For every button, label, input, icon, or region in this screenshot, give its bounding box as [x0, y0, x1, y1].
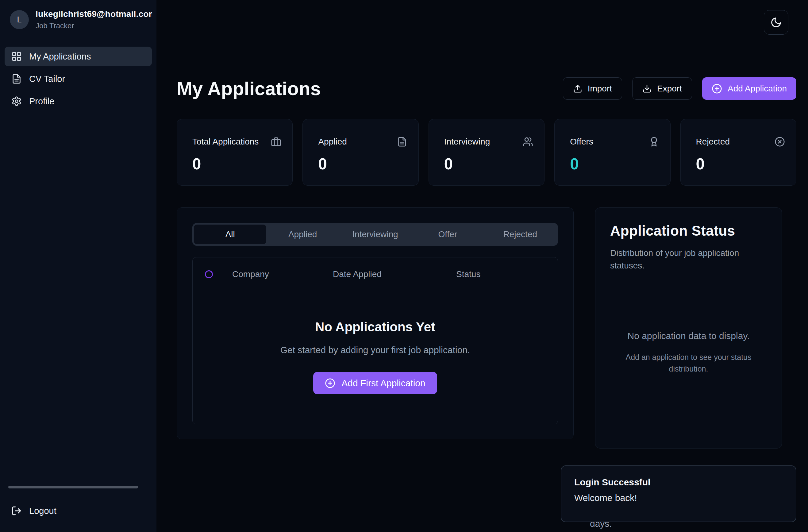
logout-label: Logout — [29, 506, 56, 516]
table-header-row: Company Date Applied Status — [192, 257, 558, 291]
stat-card-total-applications: Total Applications 0 — [177, 119, 293, 186]
empty-state: No Applications Yet Get started by addin… — [192, 291, 558, 394]
tab-interviewing[interactable]: Interviewing — [339, 225, 411, 244]
stat-value: 0 — [192, 155, 281, 173]
status-filter-tabs: All Applied Interviewing Offer Rejected — [192, 223, 558, 246]
plus-circle-icon — [325, 378, 335, 388]
panel-subtitle: Distribution of your job application sta… — [610, 247, 767, 272]
stat-label: Offers — [570, 137, 593, 147]
import-button[interactable]: Import — [563, 77, 622, 100]
toast-message: Welcome back! — [574, 493, 783, 503]
avatar: L — [10, 10, 29, 29]
tab-applied[interactable]: Applied — [266, 225, 339, 244]
header-actions: Import Export Add Application — [563, 77, 796, 100]
stat-value: 0 — [696, 155, 785, 173]
sidebar-divider — [8, 486, 138, 489]
logout-button[interactable]: Logout — [5, 502, 152, 520]
add-first-application-button[interactable]: Add First Application — [313, 372, 437, 394]
stats-row: Total Applications 0 Applied 0 Interview… — [177, 119, 796, 186]
stat-card-rejected: Rejected 0 — [680, 119, 796, 186]
app-name: Job Tracker — [36, 21, 152, 30]
panel-empty-subtitle: Add an application to see your status di… — [621, 352, 756, 374]
add-application-button[interactable]: Add Application — [702, 77, 796, 100]
select-all-checkbox[interactable] — [205, 270, 213, 278]
column-header-date-applied: Date Applied — [333, 269, 456, 279]
user-email: lukegilchrist69@hotmail.com — [36, 9, 152, 19]
sidebar-item-label: Profile — [29, 96, 54, 107]
dashboard-icon — [11, 51, 22, 62]
x-circle-icon — [775, 136, 785, 147]
add-application-label: Add Application — [728, 84, 787, 94]
toast-title: Login Successful — [574, 477, 783, 488]
stat-card-applied: Applied 0 — [302, 119, 418, 186]
page-header: My Applications Import Export — [177, 77, 796, 100]
tab-rejected[interactable]: Rejected — [484, 225, 556, 244]
sidebar-nav: My Applications CV Tailor Profile — [5, 47, 152, 111]
applications-table: Company Date Applied Status No Applicati… — [192, 257, 558, 424]
briefcase-icon — [271, 136, 281, 147]
panel-title: Application Status — [610, 222, 767, 239]
theme-toggle-button[interactable] — [764, 10, 788, 35]
sidebar-item-profile[interactable]: Profile — [5, 91, 152, 111]
import-label: Import — [588, 84, 612, 94]
export-label: Export — [657, 84, 682, 94]
sidebar-item-cv-tailor[interactable]: CV Tailor — [5, 69, 152, 89]
panel-empty-state: No application data to display. Add an a… — [610, 272, 767, 434]
gear-icon — [11, 96, 22, 107]
topbar — [157, 0, 808, 39]
content-row: All Applied Interviewing Offer Rejected … — [177, 207, 796, 448]
sidebar-item-label: CV Tailor — [29, 74, 65, 84]
file-text-icon — [397, 136, 407, 147]
logout-icon — [11, 506, 22, 516]
application-status-panel: Application Status Distribution of your … — [595, 207, 782, 448]
upload-icon — [573, 84, 582, 93]
applications-card: All Applied Interviewing Offer Rejected … — [177, 207, 574, 439]
award-icon — [649, 136, 659, 147]
sidebar-item-label: My Applications — [29, 52, 91, 62]
user-meta: lukegilchrist69@hotmail.com Job Tracker — [36, 9, 152, 30]
download-icon — [642, 84, 651, 93]
stat-value: 0 — [444, 155, 533, 173]
stat-card-interviewing: Interviewing 0 — [428, 119, 545, 186]
export-button[interactable]: Export — [632, 77, 692, 100]
stat-label: Rejected — [696, 137, 730, 147]
empty-state-subtitle: Get started by adding your first job app… — [280, 345, 470, 355]
plus-circle-icon — [712, 84, 722, 94]
sidebar-item-my-applications[interactable]: My Applications — [5, 47, 152, 66]
tab-offer[interactable]: Offer — [411, 225, 484, 244]
tab-all[interactable]: All — [194, 225, 266, 244]
add-first-application-label: Add First Application — [342, 378, 425, 388]
empty-state-title: No Applications Yet — [315, 320, 435, 334]
page-title: My Applications — [177, 78, 321, 99]
main-content: My Applications Import Export — [177, 77, 796, 448]
moon-icon — [770, 17, 782, 28]
sidebar-bottom: Logout — [5, 486, 152, 520]
user-block: L lukegilchrist69@hotmail.com Job Tracke… — [5, 9, 152, 30]
stat-value: 0 — [318, 155, 407, 173]
column-header-status: Status — [456, 269, 558, 279]
file-text-icon — [11, 74, 22, 84]
stat-value: 0 — [570, 155, 659, 173]
panel-empty-title: No application data to display. — [627, 331, 749, 341]
sidebar: L lukegilchrist69@hotmail.com Job Tracke… — [0, 0, 157, 532]
stat-card-offers: Offers 0 — [554, 119, 670, 186]
stat-label: Total Applications — [192, 137, 259, 147]
users-icon — [523, 136, 533, 147]
stat-label: Interviewing — [444, 137, 490, 147]
column-header-company: Company — [232, 269, 333, 279]
stat-label: Applied — [318, 137, 347, 147]
login-toast[interactable]: Login Successful Welcome back! — [561, 465, 796, 522]
